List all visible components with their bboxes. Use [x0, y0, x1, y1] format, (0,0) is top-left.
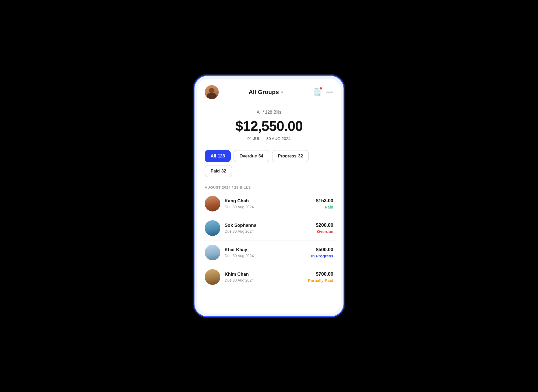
section-header: AUGUST 2024 / 28 BILLS: [197, 180, 341, 192]
bills-total-amount: $12,550.00: [205, 118, 333, 134]
bill-status: Paid: [316, 205, 333, 209]
header-icons: 🗒️: [313, 88, 333, 96]
notification-button[interactable]: 🗒️: [313, 88, 321, 96]
tab-progress[interactable]: Progress 32: [272, 150, 309, 162]
bill-list: Kang Chab Due 30 Aug 2024 $153.00 Paid S…: [197, 192, 341, 314]
bill-due: Due 30 Aug 2024: [225, 278, 308, 282]
tab-all-count: 128: [218, 154, 225, 159]
phone-shell: All Groups ▾ 🗒️ All / 128 Bills $12,550.…: [194, 75, 344, 317]
bill-status: Partially Paid: [308, 278, 333, 283]
bill-right: $700.00 Partially Paid: [308, 271, 333, 283]
menu-button[interactable]: [326, 90, 333, 95]
tab-all[interactable]: All 128: [205, 150, 231, 162]
bill-amount: $200.00: [316, 222, 333, 228]
bills-count-label: All / 128 Bills: [205, 110, 333, 115]
group-selector[interactable]: All Groups ▾: [249, 89, 283, 96]
tab-paid-label: Paid: [211, 169, 220, 174]
phone-content: All Groups ▾ 🗒️ All / 128 Bills $12,550.…: [197, 79, 341, 314]
bill-name: Khat Khay: [225, 247, 311, 253]
bill-amount: $153.00: [316, 198, 333, 204]
bills-date-range: 01 JUL → 30 AUG 2024: [205, 136, 333, 141]
tab-progress-count: 32: [298, 154, 303, 159]
menu-line-2: [326, 92, 333, 92]
bill-item[interactable]: Kang Chab Due 30 Aug 2024 $153.00 Paid: [203, 192, 335, 216]
bill-avatar-khat-khay: [205, 245, 220, 260]
bill-amount: $500.00: [311, 247, 333, 253]
bill-info-kang-chab: Kang Chab Due 30 Aug 2024: [225, 198, 316, 209]
bill-due: Due 30 Aug 2024: [225, 205, 316, 209]
bill-right: $500.00 In Progress: [311, 247, 333, 258]
bill-name: Sok Sophanna: [225, 223, 316, 228]
bill-right: $153.00 Paid: [316, 198, 333, 209]
bill-item[interactable]: Khat Khay Due 30 Aug 2024 $500.00 In Pro…: [203, 240, 335, 265]
menu-line-1: [326, 90, 333, 91]
tab-paid-count: 32: [221, 169, 226, 174]
avatar[interactable]: [205, 85, 219, 99]
bill-info-sok-sophanna: Sok Sophanna Due 30 Aug 2024: [225, 223, 316, 233]
filter-tabs: All 128 Overdue 64 Progress 32 Paid 32: [197, 143, 341, 180]
bill-avatar-sok-sophanna: [205, 220, 220, 236]
menu-line-3: [326, 94, 333, 95]
bill-info-khim-chan: Khim Chan Due 30 Aug 2024: [225, 272, 308, 282]
tab-progress-label: Progress: [278, 154, 296, 159]
bill-info-khat-khay: Khat Khay Due 30 Aug 2024: [225, 247, 311, 258]
tab-overdue-label: Overdue: [239, 154, 257, 159]
bill-item[interactable]: Sok Sophanna Due 30 Aug 2024 $200.00 Ove…: [203, 216, 335, 240]
tab-overdue[interactable]: Overdue 64: [233, 150, 269, 162]
bill-avatar-khim-chan: [205, 269, 220, 285]
bill-avatar-kang-chab: [205, 196, 220, 211]
bills-summary: All / 128 Bills $12,550.00 01 JUL → 30 A…: [197, 103, 341, 143]
header: All Groups ▾ 🗒️: [197, 79, 341, 103]
notification-badge: [319, 87, 323, 90]
bill-due: Due 30 Aug 2024: [225, 254, 311, 258]
chevron-down-icon: ▾: [281, 90, 283, 94]
bill-status: Overdue: [316, 229, 333, 234]
bill-amount: $700.00: [308, 271, 333, 277]
bill-due: Due 30 Aug 2024: [225, 229, 316, 233]
bill-right: $200.00 Overdue: [316, 222, 333, 234]
group-title: All Groups: [249, 89, 279, 96]
bill-status: In Progress: [311, 254, 333, 258]
tab-paid[interactable]: Paid 32: [205, 165, 232, 177]
bill-name: Kang Chab: [225, 198, 316, 204]
tab-all-label: All: [211, 154, 216, 159]
tab-overdue-count: 64: [259, 154, 263, 159]
bill-item[interactable]: Khim Chan Due 30 Aug 2024 $700.00 Partia…: [203, 265, 335, 289]
bill-name: Khim Chan: [225, 272, 308, 277]
